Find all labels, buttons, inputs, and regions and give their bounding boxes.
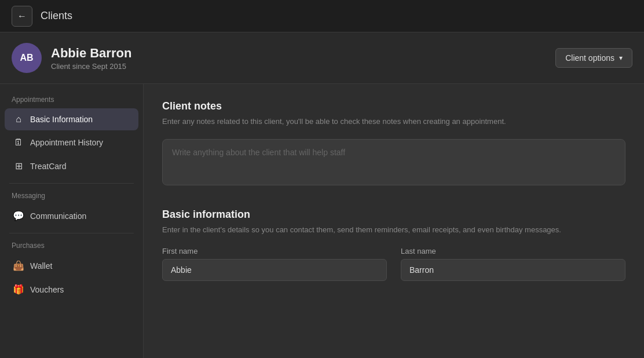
sidebar: Appointments ⌂ Basic Information 🗓 Appoi… [0, 84, 144, 358]
chevron-down-icon: ▾ [619, 54, 623, 62]
back-button[interactable]: ← [12, 6, 32, 27]
chat-icon: 💬 [13, 210, 24, 221]
page-title: Clients [41, 10, 72, 22]
content-area: Client notes Enter any notes related to … [144, 84, 644, 358]
client-info: Abbie Barron Client since Sept 2015 [51, 46, 555, 71]
calendar-icon: 🗓 [13, 137, 24, 148]
client-name: Abbie Barron [51, 46, 555, 61]
sidebar-item-label: Appointment History [30, 138, 103, 147]
sidebar-section-appointments: Appointments [5, 93, 138, 108]
sidebar-item-basic-information[interactable]: ⌂ Basic Information [5, 108, 138, 130]
sidebar-item-vouchers[interactable]: 🎁 Vouchers [5, 278, 138, 301]
last-name-group: Last name [401, 247, 625, 281]
sidebar-section-purchases: Purchases [5, 239, 138, 254]
wallet-icon: 👜 [13, 260, 24, 271]
voucher-icon: 🎁 [13, 284, 24, 295]
sidebar-section-messaging: Messaging [5, 189, 138, 204]
avatar: AB [12, 43, 42, 73]
back-icon: ← [17, 11, 27, 21]
sidebar-item-label: Communication [30, 211, 86, 221]
sidebar-item-appointment-history[interactable]: 🗓 Appointment History [5, 131, 138, 154]
name-fields-row: First name Last name [162, 247, 625, 281]
client-options-label: Client options [565, 53, 614, 63]
basic-info-desc: Enter in the client's details so you can… [162, 224, 625, 236]
top-bar: ← Clients [0, 0, 644, 32]
home-icon: ⌂ [13, 114, 24, 125]
client-options-button[interactable]: Client options ▾ [555, 48, 632, 68]
sidebar-item-label: TreatCard [30, 162, 67, 171]
notes-textarea[interactable] [162, 139, 625, 185]
sidebar-divider-messaging [9, 183, 134, 184]
main-layout: Appointments ⌂ Basic Information 🗓 Appoi… [0, 84, 644, 358]
sidebar-item-label: Basic Information [30, 115, 93, 124]
last-name-input[interactable] [401, 259, 625, 281]
basic-info-title: Basic information [162, 209, 625, 221]
sidebar-item-treatcard[interactable]: ⊞ TreatCard [5, 155, 138, 177]
client-since: Client since Sept 2015 [51, 62, 555, 71]
first-name-group: First name [162, 247, 387, 281]
sidebar-divider-purchases [9, 233, 134, 233]
first-name-label: First name [162, 247, 387, 255]
sidebar-item-wallet[interactable]: 👜 Wallet [5, 254, 138, 277]
sidebar-item-communication[interactable]: 💬 Communication [5, 204, 138, 227]
last-name-label: Last name [401, 247, 625, 255]
notes-section-title: Client notes [162, 100, 625, 112]
sidebar-item-label: Vouchers [30, 285, 64, 294]
notes-section-desc: Enter any notes related to this client, … [162, 116, 625, 127]
basic-info-section: Basic information Enter in the client's … [162, 209, 625, 282]
grid-icon: ⊞ [13, 160, 24, 171]
client-header: AB Abbie Barron Client since Sept 2015 C… [0, 32, 644, 84]
sidebar-item-label: Wallet [30, 261, 52, 271]
first-name-input[interactable] [162, 259, 387, 281]
